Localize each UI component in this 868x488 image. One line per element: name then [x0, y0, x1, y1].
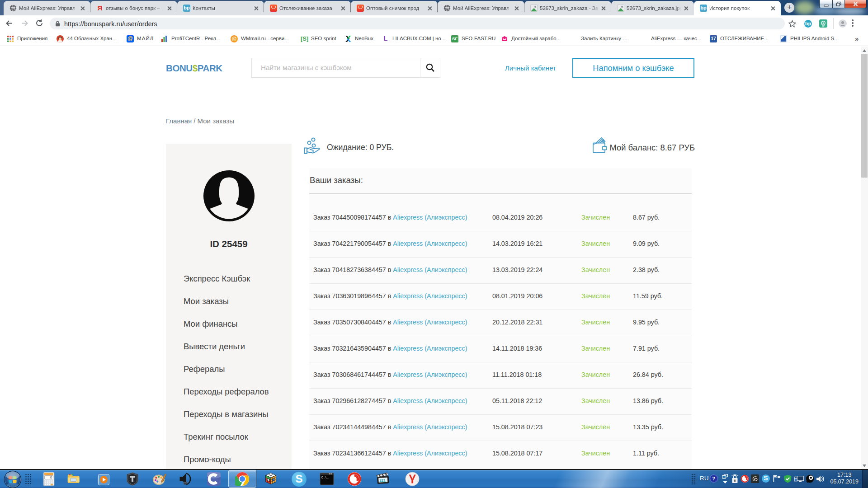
svg-text:321: 321 — [379, 478, 386, 483]
svg-text:C:\_: C:\_ — [321, 476, 329, 479]
svg-text:?: ? — [712, 476, 715, 481]
svg-text:0: 0 — [50, 475, 52, 479]
